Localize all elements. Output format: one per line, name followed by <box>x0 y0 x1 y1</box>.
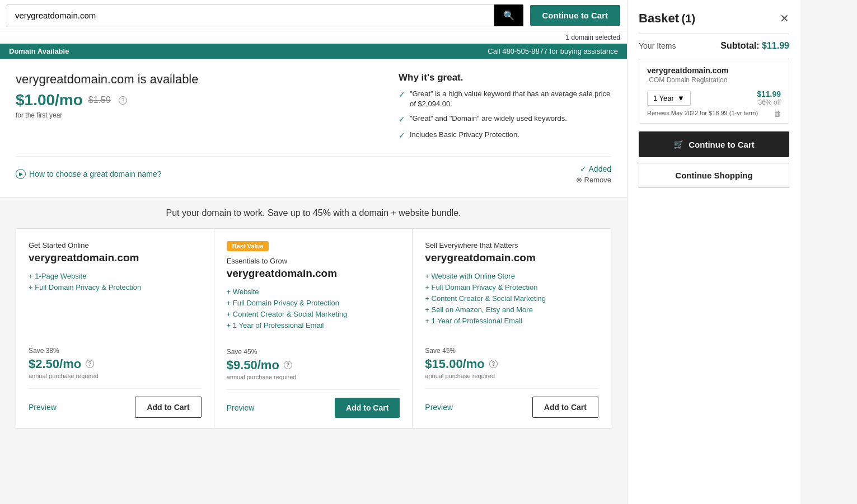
plan-2-actions: Preview Add to Cart <box>227 389 400 418</box>
plan-card-3: Sell Everywhere that Matters verygreatdo… <box>413 228 611 428</box>
plan-3-domain: verygreatdomain.com <box>425 252 598 264</box>
basket-delete-button[interactable]: 🗑 <box>774 110 781 118</box>
basket-item-row: 1 Year ▼ $11.99 36% off <box>647 90 781 106</box>
search-input[interactable] <box>7 4 494 26</box>
check-icon-2: ✓ <box>399 114 405 125</box>
plan-2-category: Essentials to Grow <box>227 257 400 265</box>
domain-banner: Domain Available Call 480-505-8877 for b… <box>0 44 627 59</box>
domain-right-section: Why it's great. ✓ "Great" is a high valu… <box>399 72 611 146</box>
call-assistance-text: Call 480-505-8877 for buying assistance <box>488 47 618 55</box>
plan-2-price: $9.50/mo ? <box>227 358 400 373</box>
plan-1-save: Save 38% <box>29 347 202 355</box>
plan-1-domain: verygreatdomain.com <box>29 252 202 264</box>
plan-2-price-note: annual purchase required <box>227 374 400 380</box>
plan-3-actions: Preview Add to Cart <box>425 388 598 418</box>
basket-count: (1) <box>682 12 695 25</box>
plan-card-2: Best Value Essentials to Grow verygreatd… <box>214 228 413 428</box>
chevron-down-icon: ▼ <box>677 94 685 102</box>
basket-subtotal: Subtotal: $11.99 <box>720 41 789 51</box>
plan-2-save: Save 45% <box>227 348 400 356</box>
basket-price: $11.99 <box>757 90 781 98</box>
plan-3-info-icon: ? <box>489 360 498 368</box>
why-text-2: "Great" and "Domain" are widely used key… <box>410 114 567 124</box>
plan-1-category: Get Started Online <box>29 241 202 249</box>
plan-3-save: Save 45% <box>425 347 598 355</box>
header-continue-cart-button[interactable]: Continue to Cart <box>530 5 621 26</box>
plan-1-price: $2.50/mo ? <box>29 357 202 371</box>
plan-2-feature-4: + 1 Year of Professional Email <box>227 321 400 329</box>
plan-3-features: + Website with Online Store + Full Domai… <box>425 272 598 331</box>
domain-info-card: verygreatdomain.com is available $1.00/m… <box>0 59 627 198</box>
plan-3-feature-4: + Sell on Amazon, Etsy and More <box>425 305 598 314</box>
plan-1-preview-button[interactable]: Preview <box>29 403 57 412</box>
best-value-badge: Best Value <box>227 241 269 251</box>
search-button[interactable]: 🔍 <box>494 4 523 26</box>
added-label: ✓ Added <box>580 164 611 173</box>
search-bar: 🔍 Continue to Cart <box>0 0 627 31</box>
plan-1-feature-1: + 1-Page Website <box>29 272 202 280</box>
plan-1-add-to-cart-button[interactable]: Add to Cart <box>135 397 201 418</box>
basket-continue-shopping-button[interactable]: Continue Shopping <box>639 163 789 188</box>
subtotal-value: $11.99 <box>762 41 789 50</box>
basket-title: Basket <box>639 11 679 25</box>
plus-icon: + Full Domain Privacy & Protection <box>29 283 141 291</box>
plan-2-add-to-cart-button[interactable]: Add to Cart <box>335 398 400 418</box>
plan-3-price: $15.00/mo ? <box>425 357 598 371</box>
plan-3-price-note: annual purchase required <box>425 373 598 379</box>
plan-2-domain: verygreatdomain.com <box>227 267 400 280</box>
basket-price-col: $11.99 36% off <box>757 90 781 106</box>
plan-1-feature-2: + Full Domain Privacy & Protection <box>29 283 202 291</box>
cart-icon: 🛒 <box>673 139 684 149</box>
duration-text: 1 Year <box>653 94 674 102</box>
remove-text: Remove <box>584 176 611 184</box>
plan-1-actions: Preview Add to Cart <box>29 388 202 418</box>
domain-status: ✓ Added ⊗ Remove <box>576 164 611 184</box>
why-list: ✓ "Great" is a high value keyword that h… <box>399 89 611 142</box>
play-icon: ▶ <box>16 169 26 179</box>
domain-price-note: for the first year <box>16 111 199 119</box>
why-item-3: ✓ Includes Basic Privacy Protection. <box>399 130 611 142</box>
basket-discount: 36% off <box>757 98 781 106</box>
plan-2-feature-1: + Website <box>227 288 400 296</box>
basket-item-type: .COM Domain Registration <box>647 76 781 84</box>
plan-3-feature-1: + Website with Online Store <box>425 272 598 280</box>
basket-title-text: Basket (1) <box>639 11 695 26</box>
basket-divider <box>639 34 789 34</box>
plan-2-info-icon: ? <box>284 361 292 369</box>
bundle-title: Put your domain to work. Save up to 45% … <box>16 208 611 218</box>
domain-selected-count: 1 domain selected <box>0 31 627 44</box>
plan-2-preview-button[interactable]: Preview <box>227 403 255 412</box>
plan-3-feature-5: + 1 Year of Professional Email <box>425 317 598 325</box>
how-to-link[interactable]: ▶ How to choose a great domain name? <box>16 169 162 179</box>
basket-item-name: verygreatdomain.com <box>647 66 781 75</box>
plan-1-price-note: annual purchase required <box>29 373 202 379</box>
basket-item-card: verygreatdomain.com .COM Domain Registra… <box>639 59 789 124</box>
remove-icon: ⊗ <box>576 176 582 184</box>
domain-available-badge: Domain Available <box>9 47 69 55</box>
basket-close-button[interactable]: ✕ <box>780 12 789 25</box>
basket-your-items: Your Items <box>639 41 676 50</box>
basket-renew: Renews May 2022 for $18.99 (1-yr term) 🗑 <box>647 110 781 116</box>
check-icon-3: ✓ <box>399 130 405 142</box>
remove-button[interactable]: ⊗ Remove <box>576 176 611 184</box>
basket-duration-select[interactable]: 1 Year ▼ <box>647 91 691 106</box>
basket-header: Basket (1) ✕ <box>639 11 789 26</box>
basket-summary-row: Your Items Subtotal: $11.99 <box>639 41 789 51</box>
domain-left-section: verygreatdomain.com is available $1.00/m… <box>16 72 199 119</box>
basket-checkout-button[interactable]: 🛒 Continue to Cart <box>639 131 789 157</box>
check-added-icon: ✓ <box>580 164 587 173</box>
basket-sidebar: Basket (1) ✕ Your Items Subtotal: $11.99… <box>627 0 800 504</box>
why-text-1: "Great" is a high value keyword that has… <box>410 89 611 109</box>
check-icon-1: ✓ <box>399 90 405 101</box>
plan-1-features: + 1-Page Website + Full Domain Privacy &… <box>29 272 202 331</box>
plan-card-1: Get Started Online verygreatdomain.com +… <box>16 228 214 428</box>
how-to-text: How to choose a great domain name? <box>29 169 162 178</box>
plan-1-info-icon: ? <box>86 360 94 368</box>
plans-grid: Get Started Online verygreatdomain.com +… <box>16 228 611 428</box>
why-item-1: ✓ "Great" is a high value keyword that h… <box>399 89 611 109</box>
domain-title: verygreatdomain.com is available <box>16 72 199 87</box>
plan-3-add-to-cart-button[interactable]: Add to Cart <box>532 397 598 418</box>
plan-2-features: + Website + Full Domain Privacy & Protec… <box>227 288 400 332</box>
why-item-2: ✓ "Great" and "Domain" are widely used k… <box>399 114 611 125</box>
plan-3-preview-button[interactable]: Preview <box>425 403 453 412</box>
